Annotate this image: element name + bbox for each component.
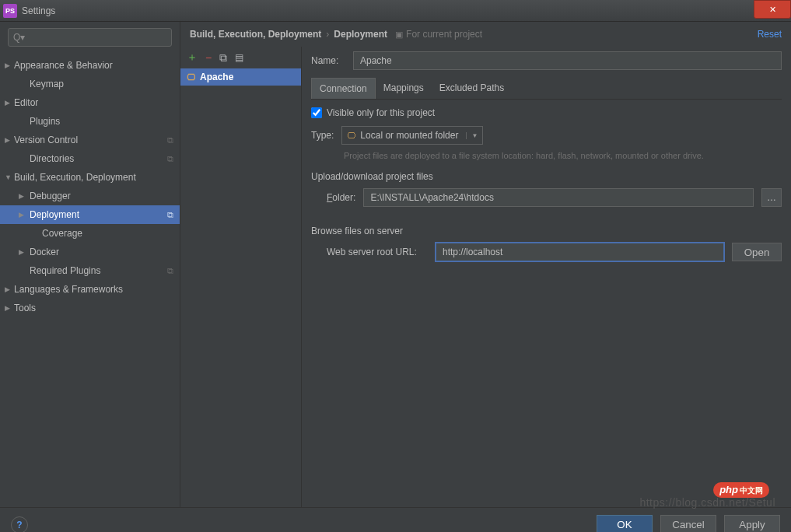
tree-item-label: Build, Execution, Deployment [14, 172, 136, 183]
open-button[interactable]: Open [732, 243, 782, 261]
tab-connection[interactable]: Connection [311, 78, 376, 99]
tree-item-label: Debugger [30, 191, 71, 201]
expand-arrow-icon[interactable]: ▼ [5, 173, 12, 181]
tree-item-docker[interactable]: ▶Docker [0, 243, 180, 261]
search-input[interactable] [8, 28, 172, 47]
tree-item-debugger[interactable]: ▶Debugger [0, 187, 180, 205]
tree-item-label: Deployment [30, 209, 79, 220]
cancel-button[interactable]: Cancel [660, 515, 716, 533]
project-scope-icon: ⧉ [167, 210, 173, 220]
tree-item-label: Keymap [30, 79, 64, 89]
tree-item-version-control[interactable]: ▶Version Control⧉ [0, 131, 180, 149]
tree-item-plugins[interactable]: Plugins [0, 112, 180, 131]
titlebar: PS Settings [0, 0, 791, 22]
browse-section-label: Browse files on server [311, 226, 782, 236]
main-panel: Name: ConnectionMappingsExcluded Paths V… [302, 47, 791, 507]
expand-arrow-icon[interactable]: ▶ [5, 304, 12, 312]
visible-only-checkbox[interactable] [311, 107, 322, 118]
tree-item-label: Appearance & Behavior [14, 60, 113, 71]
deployment-tabs: ConnectionMappingsExcluded Paths [311, 78, 782, 100]
sidebar: ▶Appearance & BehaviorKeymap▶EditorPlugi… [0, 22, 180, 507]
tree-item-keymap[interactable]: Keymap [0, 75, 180, 93]
type-dropdown[interactable]: 🖵 Local or mounted folder ▼ [341, 126, 483, 145]
tree-item-coverage[interactable]: Coverage [0, 224, 180, 243]
expand-arrow-icon[interactable]: ▶ [5, 61, 12, 69]
folder-input[interactable] [363, 188, 754, 207]
url-label: Web server root URL: [327, 247, 428, 257]
name-label: Name: [311, 55, 353, 66]
tab-excluded-paths[interactable]: Excluded Paths [432, 78, 512, 99]
reset-link[interactable]: Reset [758, 29, 782, 40]
add-server-icon[interactable]: ＋ [187, 51, 198, 65]
expand-arrow-icon[interactable]: ▶ [19, 248, 26, 256]
settings-tree: ▶Appearance & BehaviorKeymap▶EditorPlugi… [0, 53, 180, 320]
ok-button[interactable]: OK [597, 515, 653, 533]
server-list-column: ＋ − ⧉ ▤ 🖵 Apache [180, 47, 302, 507]
copy-server-icon[interactable]: ⧉ [219, 51, 227, 65]
tree-item-label: Coverage [42, 228, 82, 239]
app-icon: PS [3, 4, 17, 18]
help-button[interactable]: ? [11, 516, 28, 533]
project-scope-badge: For current project [395, 29, 482, 40]
server-item-apache[interactable]: 🖵 Apache [180, 68, 301, 86]
folder-label: Folder: [327, 192, 355, 203]
toolbar-action-icon[interactable]: ▤ [235, 52, 243, 63]
breadcrumb: Build, Execution, Deployment›Deployment [190, 29, 387, 40]
type-hint: Project files are deployed to a file sys… [344, 151, 782, 160]
visible-only-label: Visible only for this project [327, 107, 435, 118]
type-value: Local or mounted folder [360, 130, 458, 141]
browse-folder-button[interactable]: … [761, 188, 782, 207]
name-input[interactable] [353, 51, 782, 70]
folder-icon: 🖵 [347, 131, 355, 140]
tree-item-editor[interactable]: ▶Editor [0, 93, 180, 112]
tree-item-languages-frameworks[interactable]: ▶Languages & Frameworks [0, 280, 180, 299]
type-label: Type: [311, 130, 334, 141]
tree-item-label: Directories [30, 153, 74, 164]
expand-arrow-icon[interactable]: ▶ [19, 211, 26, 219]
chevron-down-icon: ▼ [466, 132, 478, 139]
tree-item-label: Required Plugins [30, 265, 100, 276]
tree-item-required-plugins[interactable]: Required Plugins⧉ [0, 261, 180, 280]
apply-button[interactable]: Apply [724, 515, 780, 533]
upload-section-label: Upload/download project files [311, 171, 782, 182]
server-item-label: Apache [200, 72, 233, 82]
close-button[interactable] [754, 0, 791, 19]
tree-item-label: Docker [30, 247, 59, 257]
dialog-button-bar: ? OK Cancel Apply [0, 507, 791, 532]
remove-server-icon[interactable]: − [205, 51, 212, 64]
tree-item-label: Editor [14, 97, 38, 108]
tree-item-appearance-behavior[interactable]: ▶Appearance & Behavior [0, 56, 180, 75]
tab-mappings[interactable]: Mappings [376, 78, 432, 99]
expand-arrow-icon[interactable]: ▶ [5, 285, 12, 293]
project-scope-icon: ⧉ [167, 135, 173, 145]
tree-item-label: Plugins [30, 116, 60, 127]
expand-arrow-icon[interactable]: ▶ [5, 136, 12, 144]
tree-item-label: Languages & Frameworks [14, 284, 123, 295]
tree-item-build-execution-deployment[interactable]: ▼Build, Execution, Deployment [0, 168, 180, 187]
expand-arrow-icon[interactable]: ▶ [5, 99, 12, 107]
project-scope-icon: ⧉ [167, 266, 173, 276]
project-scope-icon: ⧉ [167, 154, 173, 164]
breadcrumb-row: Build, Execution, Deployment›Deployment … [180, 22, 791, 47]
url-input[interactable] [436, 243, 724, 261]
tree-item-label: Version Control [14, 135, 78, 145]
tree-item-tools[interactable]: ▶Tools [0, 299, 180, 317]
expand-arrow-icon[interactable]: ▶ [19, 192, 26, 200]
tree-item-deployment[interactable]: ▶Deployment⧉ [0, 205, 180, 224]
server-folder-icon: 🖵 [187, 72, 195, 82]
tree-item-directories[interactable]: Directories⧉ [0, 149, 180, 168]
tree-item-label: Tools [14, 303, 36, 313]
window-title: Settings [22, 5, 55, 16]
server-toolbar: ＋ − ⧉ ▤ [180, 47, 301, 68]
